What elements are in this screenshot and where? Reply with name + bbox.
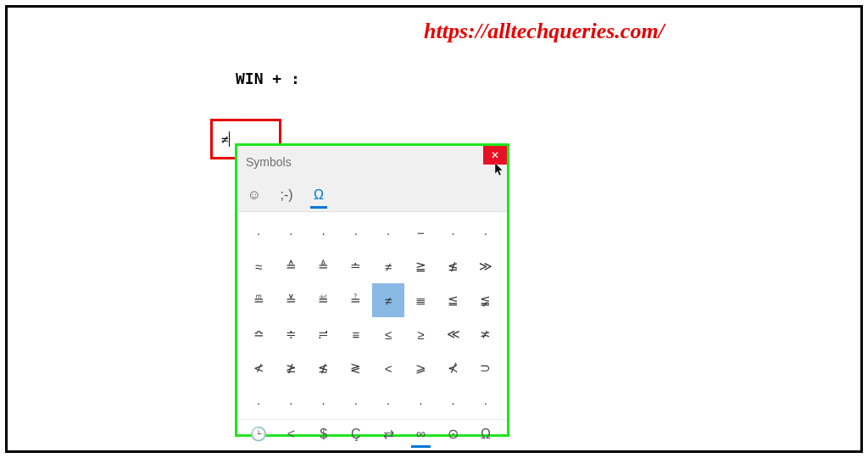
symbol-cell[interactable]: < bbox=[372, 351, 404, 385]
symbol-cell[interactable]: ≞ bbox=[242, 283, 275, 317]
symbol-cell[interactable]: · bbox=[437, 215, 470, 249]
symbol-cell[interactable]: ≡ bbox=[340, 317, 372, 351]
symbol-cell[interactable]: · bbox=[372, 385, 404, 419]
symbol-cell[interactable]: ≑ bbox=[275, 317, 307, 351]
symbol-cell[interactable]: ⩾ bbox=[404, 351, 437, 385]
symbol-cell[interactable]: · bbox=[340, 385, 372, 419]
symbol-cell[interactable]: · bbox=[242, 215, 275, 249]
symbol-cell[interactable]: ≱ bbox=[275, 351, 307, 385]
symbol-cell[interactable]: · bbox=[372, 215, 404, 249]
category-item[interactable]: Ω bbox=[470, 420, 502, 448]
symbol-grid: ·····−··≈≙≜≐≠≧≰≫≞≚≝≟≠≣≦≨≏≑≓≡≤≥≪≭≮≱≴≷<⩾⊀⊃… bbox=[237, 212, 507, 419]
panel-title: Symbols bbox=[246, 155, 292, 169]
symbol-cell[interactable]: ≮ bbox=[242, 351, 275, 385]
category-item[interactable]: Ç bbox=[340, 420, 372, 448]
symbol-category-bar: 🕒<$Ç⇄∞⊙Ω bbox=[237, 419, 507, 451]
symbol-cell[interactable]: ≭ bbox=[470, 317, 502, 351]
tab-emoji[interactable]: ☺ bbox=[244, 183, 264, 207]
omega-icon: Ω bbox=[314, 187, 324, 203]
symbol-cell[interactable]: ≠ bbox=[372, 249, 404, 283]
symbol-cell[interactable]: ≣ bbox=[404, 283, 437, 317]
symbol-cell[interactable]: ≧ bbox=[404, 249, 437, 283]
symbol-cell[interactable]: ≏ bbox=[242, 317, 275, 351]
page-title: WIN + : bbox=[236, 70, 300, 87]
symbol-cell[interactable]: · bbox=[275, 215, 307, 249]
category-tabs: ☺ ;-) Ω bbox=[237, 178, 507, 212]
close-icon: ✕ bbox=[491, 149, 499, 161]
category-item[interactable]: $ bbox=[308, 420, 340, 448]
symbol-cell[interactable]: ⊀ bbox=[437, 351, 470, 385]
symbol-cell[interactable]: · bbox=[308, 215, 340, 249]
symbol-cell[interactable]: − bbox=[404, 215, 437, 249]
kaomoji-icon: ;-) bbox=[280, 187, 292, 203]
tab-kaomoji[interactable]: ;-) bbox=[276, 183, 297, 207]
category-item[interactable]: ⊙ bbox=[437, 420, 470, 448]
symbol-cell[interactable]: · bbox=[470, 215, 502, 249]
symbol-cell[interactable]: ≟ bbox=[340, 283, 372, 317]
symbol-cell[interactable]: ≦ bbox=[437, 283, 470, 317]
symbol-cell[interactable]: ≐ bbox=[340, 249, 372, 283]
symbol-cell[interactable]: ≪ bbox=[437, 317, 470, 351]
symbol-cell[interactable]: · bbox=[437, 385, 470, 419]
symbol-cell[interactable]: ≙ bbox=[275, 249, 307, 283]
symbol-cell[interactable]: ≝ bbox=[308, 283, 340, 317]
symbol-cell[interactable]: · bbox=[340, 215, 372, 249]
symbol-cell[interactable]: · bbox=[275, 385, 307, 419]
watermark-url: https://alltechqueries.com/ bbox=[424, 19, 665, 44]
symbol-cell[interactable]: ≤ bbox=[372, 317, 404, 351]
category-item[interactable]: 🕒 bbox=[242, 420, 275, 448]
symbol-cell[interactable]: · bbox=[404, 385, 437, 419]
symbol-cell[interactable]: ⊃ bbox=[470, 351, 502, 385]
emoji-symbols-panel: Symbols ✕ ☺ ;-) Ω ·····−··≈≙≜≐≠≧≰≫≞≚≝≟≠≣… bbox=[235, 143, 509, 437]
symbol-cell[interactable]: ≰ bbox=[437, 249, 470, 283]
input-value: ≠ bbox=[221, 132, 228, 146]
category-item[interactable]: ⇄ bbox=[372, 420, 404, 448]
symbol-cell[interactable]: ≚ bbox=[275, 283, 307, 317]
symbol-cell[interactable]: · bbox=[242, 385, 275, 419]
symbol-cell[interactable]: ≷ bbox=[340, 351, 372, 385]
symbol-cell[interactable]: ≴ bbox=[308, 351, 340, 385]
symbol-cell[interactable]: ≜ bbox=[308, 249, 340, 283]
emoji-face-icon: ☺ bbox=[248, 187, 261, 203]
category-item[interactable]: < bbox=[275, 420, 307, 448]
symbol-cell[interactable]: ≨ bbox=[470, 283, 502, 317]
panel-header: Symbols ✕ bbox=[237, 146, 507, 178]
symbol-cell[interactable]: ≫ bbox=[470, 249, 502, 283]
close-button[interactable]: ✕ bbox=[483, 146, 507, 165]
symbol-cell[interactable]: · bbox=[308, 385, 340, 419]
text-caret bbox=[229, 131, 230, 147]
symbol-cell[interactable]: ≠ bbox=[372, 283, 404, 317]
symbol-cell[interactable]: ≓ bbox=[308, 317, 340, 351]
category-item[interactable]: ∞ bbox=[404, 420, 437, 448]
symbol-cell[interactable]: · bbox=[470, 385, 502, 419]
symbol-cell[interactable]: ≈ bbox=[242, 249, 275, 283]
tab-symbols[interactable]: Ω bbox=[309, 183, 329, 207]
symbol-cell[interactable]: ≥ bbox=[404, 317, 437, 351]
cursor-icon bbox=[495, 163, 505, 179]
